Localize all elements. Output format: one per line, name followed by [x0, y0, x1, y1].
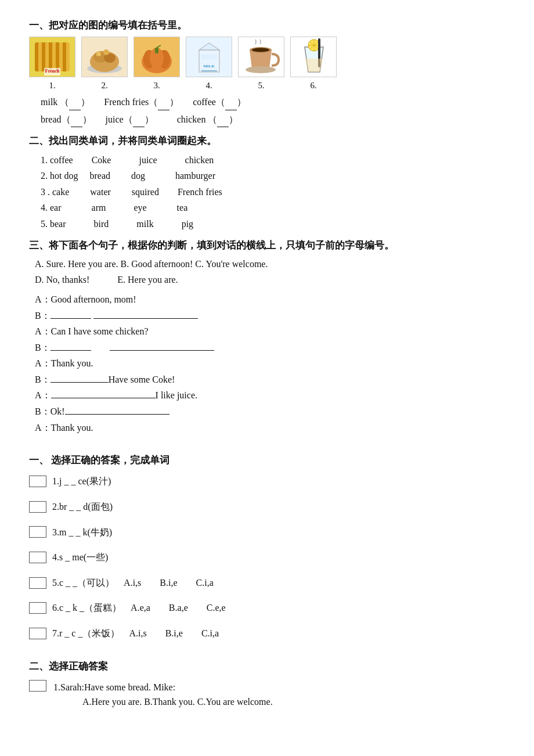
- svg-marker-19: [199, 43, 219, 50]
- word-list-2: 2. hot dog bread dog hamburger: [41, 168, 505, 183]
- dialogue-a3: A：Thank you.: [35, 356, 505, 371]
- img-num-6: 6.: [310, 78, 316, 92]
- fill-b2[interactable]: [50, 350, 91, 351]
- section-3: 三、将下面各个句子，根据你的判断，填到对话的横线上，只填句子前的字母编号。 A.…: [29, 237, 505, 435]
- dialogue-a2: A：Can I have some chicken?: [35, 324, 505, 339]
- options-line-2: D. No, thanks! E. Here you are.: [35, 272, 505, 287]
- images-row: French 1.: [29, 37, 505, 92]
- food-image-6: [290, 37, 337, 77]
- exercise-1: 1.j _ _ ce(果汁): [29, 474, 505, 489]
- svg-point-24: [252, 48, 269, 52]
- svg-rect-4: [55, 44, 58, 62]
- exercise-label-3: 3.m _ _ k(牛奶): [52, 525, 112, 540]
- img-num-5: 5.: [258, 78, 264, 92]
- blank-coffee[interactable]: [225, 95, 237, 110]
- image-item-2: 2.: [81, 37, 128, 92]
- section-2: 二、找出同类单词，并将同类单词圈起来。 1. coffee Coke juice…: [29, 133, 505, 231]
- exercise-label-5: 5.c _ _（可以） A.i,s B.i,e C.i,a: [52, 575, 214, 591]
- svg-point-25: [246, 66, 276, 73]
- svg-line-17: [157, 45, 161, 48]
- answer-box-5[interactable]: [29, 577, 46, 589]
- section-1: 一、把对应的图的编号填在括号里。 French 1.: [29, 17, 505, 127]
- exercise-6: 6.c _ k _（蛋糕） A.e,a B.a,e C.e,e: [29, 600, 505, 615]
- image-item-3: 3.: [134, 37, 180, 92]
- image-item-1: French 1.: [29, 37, 75, 92]
- exercise-label-6: 6.c _ k _（蛋糕） A.e,a B.a,e C.e,e: [52, 600, 226, 615]
- exercise-5: 5.c _ _（可以） A.i,s B.i,e C.i,a: [29, 575, 505, 591]
- svg-rect-20: [201, 55, 217, 59]
- food-image-3: [134, 37, 180, 77]
- answer-box-7[interactable]: [29, 628, 46, 639]
- choice-1-content: 1.Sarah:Have some bread. Mike: A.Here yo…: [53, 680, 273, 710]
- exercise-4: 4.s _ me(一些): [29, 550, 505, 565]
- exercise-7: 7.r _ c _（米饭） A.i,s B.i,e C.i,a: [29, 626, 505, 641]
- fill-b3[interactable]: [50, 382, 109, 383]
- section-5: 二、选择正确答案 1.Sarah:Have some bread. Mike: …: [29, 658, 505, 710]
- pumpkin-svg: [136, 39, 177, 74]
- section-2-title: 二、找出同类单词，并将同类单词圈起来。: [29, 133, 505, 149]
- food-image-5: [238, 37, 284, 77]
- exercise-3: 3.m _ _ k(牛奶): [29, 525, 505, 540]
- dialogue-a4: A：I like juice.: [35, 388, 505, 403]
- blank-juice[interactable]: [133, 112, 145, 128]
- fill-b1b[interactable]: [93, 318, 198, 319]
- exercise-label-2: 2.br _ _ d(面包): [52, 499, 113, 514]
- chicken-svg: [84, 39, 125, 74]
- answer-box-1[interactable]: [29, 476, 46, 487]
- section-4-title: 一、 选择正确的答案，完成单词: [29, 452, 505, 468]
- fill-b4[interactable]: [65, 414, 169, 415]
- svg-rect-2: [45, 44, 49, 62]
- dialogue-b3: B：Have some Coke!: [35, 372, 505, 387]
- section-3-title: 三、将下面各个句子，根据你的判断，填到对话的横线上，只填句子前的字母编号。: [29, 237, 505, 253]
- milk-svg: MILK: [193, 38, 225, 76]
- section-4: 一、 选择正确的答案，完成单词 1.j _ _ ce(果汁) 2.br _ _ …: [29, 452, 505, 640]
- image-item-4: MILK 4.: [186, 37, 232, 92]
- img-num-1: 1.: [49, 78, 55, 92]
- words-row-2: bread（ ） juice（ ） chicken （ ）: [41, 112, 505, 128]
- exercise-label-4: 4.s _ me(一些): [52, 550, 108, 565]
- word-list-5: 5. bear bird milk pig: [41, 217, 505, 232]
- fill-b2b[interactable]: [110, 350, 214, 351]
- food-image-2: [81, 37, 128, 77]
- svg-rect-1: [41, 46, 44, 62]
- blank-milk[interactable]: [69, 95, 81, 110]
- answer-box-2[interactable]: [29, 501, 46, 513]
- dialogue-a5: A：Thank you.: [35, 420, 505, 435]
- choice-1-options: A.Here you are. B.Thank you. C.You are w…: [82, 694, 273, 710]
- dialogue-b1: B：: [35, 308, 505, 323]
- food-image-4: MILK: [186, 37, 232, 77]
- food-image-1: French: [29, 37, 75, 77]
- img-num-3: 3.: [153, 78, 160, 92]
- fill-b1[interactable]: [50, 318, 91, 319]
- svg-rect-16: [155, 48, 158, 53]
- svg-point-10: [96, 52, 101, 56]
- word-list-1: 1. coffee Coke juice chicken: [41, 153, 505, 168]
- answer-box-3[interactable]: [29, 526, 46, 538]
- word-list-4: 4. ear arm eye tea: [41, 200, 505, 215]
- exercise-label-1: 1.j _ _ ce(果汁): [52, 474, 111, 489]
- img-num-4: 4.: [205, 78, 212, 92]
- fill-a4[interactable]: [51, 398, 156, 398]
- dialogue-a1: A：Good afternoon, mom!: [35, 292, 505, 307]
- choice-box-1[interactable]: [29, 680, 46, 692]
- blank-bread[interactable]: [71, 112, 82, 128]
- answer-box-4[interactable]: [29, 552, 46, 563]
- blank-chicken[interactable]: [217, 112, 229, 128]
- choice-1-question: 1.Sarah:Have some bread. Mike:: [53, 680, 273, 695]
- choice-1: 1.Sarah:Have some bread. Mike: A.Here yo…: [29, 680, 505, 710]
- image-item-6: 6.: [290, 37, 337, 92]
- exercise-label-7: 7.r _ c _（米饭） A.i,s B.i,e C.i,a: [52, 626, 219, 641]
- svg-rect-22: [201, 70, 217, 71]
- coffee-svg: [243, 39, 280, 74]
- words-row-1: milk （ ） French fries（ ） coffee（ ）: [41, 95, 505, 110]
- drink-svg: [298, 38, 330, 76]
- exercise-2: 2.br _ _ d(面包): [29, 499, 505, 514]
- svg-text:MILK: MILK: [203, 64, 215, 69]
- image-item-5: 5.: [238, 37, 284, 92]
- dialogue-b2: B：: [35, 340, 505, 355]
- blank-fries[interactable]: [158, 95, 169, 110]
- svg-rect-5: [59, 46, 63, 62]
- svg-rect-0: [38, 44, 67, 64]
- answer-box-6[interactable]: [29, 602, 46, 614]
- word-list-3: 3 . cake water squired French fries: [41, 185, 505, 200]
